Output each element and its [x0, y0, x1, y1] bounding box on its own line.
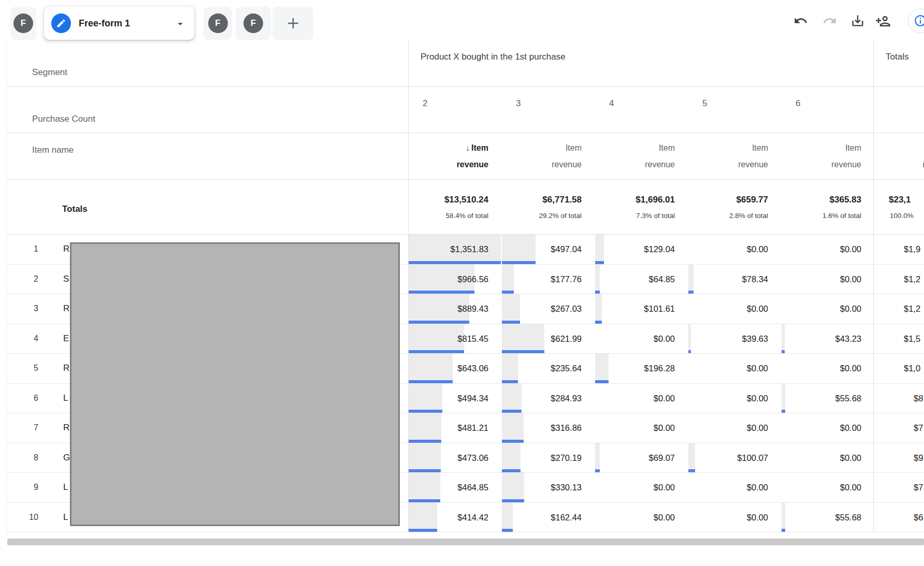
revenue-cell[interactable]: $55.68 [781, 384, 874, 413]
metric-header-item-revenue[interactable]: ↓Itemrevenue [408, 133, 501, 180]
revenue-cell[interactable]: $621.99 [501, 324, 594, 354]
revenue-cell[interactable]: $0.00 [595, 473, 687, 502]
share-person-add-button[interactable] [875, 13, 890, 28]
revenue-cell[interactable]: $100.07 [688, 443, 781, 473]
revenue-cell[interactable]: $0.00 [688, 354, 781, 383]
revenue-cell[interactable]: $0.00 [781, 443, 874, 473]
download-button[interactable] [850, 13, 865, 28]
edit-pencil-icon[interactable] [51, 13, 71, 33]
metric-header-item-revenue[interactable]: Itemrevenue [781, 133, 874, 180]
revenue-cell[interactable]: $64.85 [595, 265, 687, 294]
revenue-cell[interactable]: $129.04 [595, 235, 687, 264]
cell-bar-background [688, 265, 694, 291]
row-dimension-purchase-count: Purchase Count [32, 114, 95, 124]
revenue-cell[interactable]: $966.56 [408, 265, 501, 294]
row-total-value: $6 [914, 512, 923, 522]
purchase-count-value[interactable]: 2 [423, 98, 427, 109]
revenue-cell[interactable]: $270.19 [501, 443, 594, 473]
redo-button[interactable] [822, 13, 837, 28]
revenue-cell[interactable]: $464.85 [408, 473, 501, 502]
purchase-count-value[interactable]: 3 [516, 98, 521, 109]
cell-bar-background [782, 324, 785, 350]
cell-bar-background [409, 413, 441, 439]
purchase-count-value[interactable]: 4 [609, 98, 614, 109]
revenue-cell[interactable]: $889.43 [408, 294, 501, 324]
revenue-cell[interactable]: $0.00 [688, 413, 781, 443]
revenue-value: $0.00 [747, 512, 768, 522]
revenue-value: $497.04 [551, 244, 582, 254]
revenue-cell[interactable]: $0.00 [688, 235, 781, 264]
totals-cell-value: $365.83 [830, 195, 861, 205]
revenue-cell[interactable]: $0.00 [781, 294, 874, 324]
revenue-cell[interactable]: $55.68 [781, 503, 874, 532]
revenue-cell[interactable]: $267.03 [501, 294, 594, 324]
revenue-cell[interactable]: $0.00 [688, 473, 781, 502]
revenue-cell[interactable]: $235.64 [501, 354, 594, 383]
cell-bar [502, 321, 520, 324]
revenue-cell[interactable]: $643.06 [408, 354, 501, 383]
cell-bar-background [409, 354, 453, 380]
revenue-cell[interactable]: $43.23 [781, 324, 874, 354]
revenue-cell[interactable]: $69.07 [595, 443, 687, 473]
revenue-cell[interactable]: $494.34 [408, 384, 501, 413]
totals-metric-header[interactable]: Itemrevenue [874, 133, 924, 180]
totals-cell-value: $13,510.24 [444, 195, 488, 205]
cell-bar [502, 529, 513, 532]
purchase-count-value[interactable]: 5 [702, 98, 707, 109]
revenue-cell[interactable]: $0.00 [688, 384, 781, 413]
revenue-cell[interactable]: $0.00 [595, 413, 687, 443]
revenue-cell[interactable]: $0.00 [595, 384, 687, 413]
cell-bar-background [688, 443, 695, 469]
revenue-cell[interactable]: $196.28 [595, 354, 687, 383]
revenue-cell[interactable]: $316.86 [501, 413, 594, 443]
revenue-cell[interactable]: $0.00 [781, 413, 874, 443]
row-number: 7 [6, 423, 38, 432]
tab-avatar: F [243, 13, 263, 33]
horizontal-scrollbar[interactable] [7, 539, 924, 545]
revenue-cell[interactable]: $815.45 [408, 324, 501, 354]
totals-cell: $659.772.8% of total [688, 180, 781, 235]
tab-freeform-b[interactable]: F [204, 7, 232, 40]
tab-freeform-a[interactable]: F [10, 7, 36, 40]
cell-bar [502, 410, 522, 413]
row-total-value: $9 [914, 453, 923, 462]
row-number: 9 [6, 483, 38, 492]
revenue-cell[interactable]: $284.93 [501, 384, 594, 413]
revenue-cell[interactable]: $414.42 [408, 503, 501, 532]
revenue-cell[interactable]: $78.34 [688, 265, 781, 294]
revenue-cell[interactable]: $0.00 [688, 503, 781, 532]
item-name-text: R [63, 363, 69, 373]
metric-header-item-revenue[interactable]: Itemrevenue [595, 133, 687, 180]
revenue-cell[interactable]: $481.21 [408, 413, 501, 443]
revenue-value: $966.56 [457, 274, 488, 284]
revenue-cell[interactable]: $0.00 [781, 265, 874, 294]
metric-header-item-revenue[interactable]: Itemrevenue [688, 133, 781, 180]
tab-freeform-c[interactable]: F [236, 7, 271, 40]
metric-header-item-revenue[interactable]: Itemrevenue [501, 133, 594, 180]
revenue-cell[interactable]: $177.76 [501, 265, 594, 294]
undo-button[interactable] [793, 13, 808, 28]
purchase-count-value[interactable]: 6 [796, 98, 800, 109]
revenue-value: $100.07 [737, 453, 768, 462]
info-button[interactable] [908, 8, 924, 33]
tab-active-freeform-1[interactable]: Free-form 1 [44, 7, 194, 40]
revenue-cell[interactable]: $473.06 [408, 443, 501, 473]
metric-header-line1: ↓Item [466, 140, 488, 156]
revenue-cell[interactable]: $0.00 [781, 354, 874, 383]
revenue-value: $55.68 [835, 512, 861, 522]
revenue-cell[interactable]: $101.61 [595, 294, 687, 324]
revenue-value: $0.00 [840, 364, 861, 373]
revenue-cell[interactable]: $0.00 [688, 294, 781, 324]
revenue-cell[interactable]: $39.63 [688, 324, 781, 354]
revenue-cell[interactable]: $162.44 [501, 503, 594, 532]
add-tab-button[interactable] [272, 7, 313, 40]
revenue-cell[interactable]: $0.00 [781, 235, 874, 264]
revenue-cell[interactable]: $0.00 [595, 324, 687, 354]
revenue-cell[interactable]: $497.04 [501, 235, 594, 264]
revenue-value: $0.00 [747, 393, 768, 403]
revenue-cell[interactable]: $330.13 [501, 473, 594, 502]
revenue-cell[interactable]: $0.00 [781, 473, 874, 502]
revenue-cell[interactable]: $0.00 [595, 503, 687, 532]
revenue-cell[interactable]: $1,351.83 [408, 235, 501, 264]
chevron-down-icon[interactable] [175, 18, 186, 32]
